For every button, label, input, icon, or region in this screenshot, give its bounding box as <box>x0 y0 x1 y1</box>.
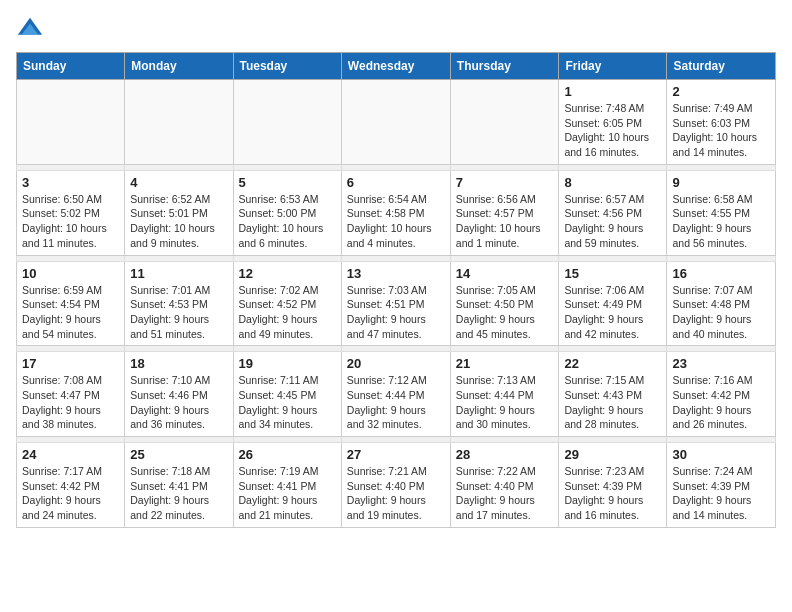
day-cell <box>17 80 125 165</box>
day-number: 2 <box>672 84 770 99</box>
col-header-friday: Friday <box>559 53 667 80</box>
day-info: Sunrise: 7:07 AM Sunset: 4:48 PM Dayligh… <box>672 283 770 342</box>
day-info: Sunrise: 7:08 AM Sunset: 4:47 PM Dayligh… <box>22 373 119 432</box>
day-number: 10 <box>22 266 119 281</box>
day-cell <box>450 80 559 165</box>
day-number: 4 <box>130 175 227 190</box>
day-cell: 16Sunrise: 7:07 AM Sunset: 4:48 PM Dayli… <box>667 261 776 346</box>
day-info: Sunrise: 7:23 AM Sunset: 4:39 PM Dayligh… <box>564 464 661 523</box>
day-cell: 9Sunrise: 6:58 AM Sunset: 4:55 PM Daylig… <box>667 170 776 255</box>
day-number: 3 <box>22 175 119 190</box>
day-info: Sunrise: 7:03 AM Sunset: 4:51 PM Dayligh… <box>347 283 445 342</box>
day-cell: 29Sunrise: 7:23 AM Sunset: 4:39 PM Dayli… <box>559 443 667 528</box>
col-header-saturday: Saturday <box>667 53 776 80</box>
col-header-tuesday: Tuesday <box>233 53 341 80</box>
day-info: Sunrise: 7:24 AM Sunset: 4:39 PM Dayligh… <box>672 464 770 523</box>
day-cell: 20Sunrise: 7:12 AM Sunset: 4:44 PM Dayli… <box>341 352 450 437</box>
day-cell: 24Sunrise: 7:17 AM Sunset: 4:42 PM Dayli… <box>17 443 125 528</box>
day-info: Sunrise: 6:52 AM Sunset: 5:01 PM Dayligh… <box>130 192 227 251</box>
day-cell: 21Sunrise: 7:13 AM Sunset: 4:44 PM Dayli… <box>450 352 559 437</box>
day-cell: 3Sunrise: 6:50 AM Sunset: 5:02 PM Daylig… <box>17 170 125 255</box>
calendar-table: SundayMondayTuesdayWednesdayThursdayFrid… <box>16 52 776 528</box>
day-cell: 12Sunrise: 7:02 AM Sunset: 4:52 PM Dayli… <box>233 261 341 346</box>
day-cell: 18Sunrise: 7:10 AM Sunset: 4:46 PM Dayli… <box>125 352 233 437</box>
day-info: Sunrise: 7:01 AM Sunset: 4:53 PM Dayligh… <box>130 283 227 342</box>
day-number: 14 <box>456 266 554 281</box>
day-number: 7 <box>456 175 554 190</box>
day-number: 24 <box>22 447 119 462</box>
day-info: Sunrise: 7:10 AM Sunset: 4:46 PM Dayligh… <box>130 373 227 432</box>
day-info: Sunrise: 7:15 AM Sunset: 4:43 PM Dayligh… <box>564 373 661 432</box>
day-cell: 26Sunrise: 7:19 AM Sunset: 4:41 PM Dayli… <box>233 443 341 528</box>
day-cell: 2Sunrise: 7:49 AM Sunset: 6:03 PM Daylig… <box>667 80 776 165</box>
day-info: Sunrise: 6:58 AM Sunset: 4:55 PM Dayligh… <box>672 192 770 251</box>
day-cell: 23Sunrise: 7:16 AM Sunset: 4:42 PM Dayli… <box>667 352 776 437</box>
col-header-monday: Monday <box>125 53 233 80</box>
day-info: Sunrise: 6:50 AM Sunset: 5:02 PM Dayligh… <box>22 192 119 251</box>
day-number: 13 <box>347 266 445 281</box>
day-number: 16 <box>672 266 770 281</box>
day-info: Sunrise: 7:11 AM Sunset: 4:45 PM Dayligh… <box>239 373 336 432</box>
day-info: Sunrise: 6:59 AM Sunset: 4:54 PM Dayligh… <box>22 283 119 342</box>
day-number: 18 <box>130 356 227 371</box>
day-cell: 15Sunrise: 7:06 AM Sunset: 4:49 PM Dayli… <box>559 261 667 346</box>
day-cell: 19Sunrise: 7:11 AM Sunset: 4:45 PM Dayli… <box>233 352 341 437</box>
day-cell: 27Sunrise: 7:21 AM Sunset: 4:40 PM Dayli… <box>341 443 450 528</box>
day-cell: 8Sunrise: 6:57 AM Sunset: 4:56 PM Daylig… <box>559 170 667 255</box>
calendar-body: 1Sunrise: 7:48 AM Sunset: 6:05 PM Daylig… <box>17 80 776 528</box>
day-cell: 7Sunrise: 6:56 AM Sunset: 4:57 PM Daylig… <box>450 170 559 255</box>
day-number: 1 <box>564 84 661 99</box>
day-info: Sunrise: 6:57 AM Sunset: 4:56 PM Dayligh… <box>564 192 661 251</box>
day-info: Sunrise: 7:02 AM Sunset: 4:52 PM Dayligh… <box>239 283 336 342</box>
day-number: 28 <box>456 447 554 462</box>
day-cell: 1Sunrise: 7:48 AM Sunset: 6:05 PM Daylig… <box>559 80 667 165</box>
day-cell <box>233 80 341 165</box>
day-info: Sunrise: 7:06 AM Sunset: 4:49 PM Dayligh… <box>564 283 661 342</box>
day-info: Sunrise: 7:49 AM Sunset: 6:03 PM Dayligh… <box>672 101 770 160</box>
day-info: Sunrise: 7:19 AM Sunset: 4:41 PM Dayligh… <box>239 464 336 523</box>
week-row-4: 17Sunrise: 7:08 AM Sunset: 4:47 PM Dayli… <box>17 352 776 437</box>
page-header <box>16 16 776 44</box>
day-info: Sunrise: 7:21 AM Sunset: 4:40 PM Dayligh… <box>347 464 445 523</box>
day-info: Sunrise: 7:16 AM Sunset: 4:42 PM Dayligh… <box>672 373 770 432</box>
day-number: 26 <box>239 447 336 462</box>
week-row-5: 24Sunrise: 7:17 AM Sunset: 4:42 PM Dayli… <box>17 443 776 528</box>
day-number: 6 <box>347 175 445 190</box>
day-cell: 22Sunrise: 7:15 AM Sunset: 4:43 PM Dayli… <box>559 352 667 437</box>
col-header-wednesday: Wednesday <box>341 53 450 80</box>
week-row-1: 1Sunrise: 7:48 AM Sunset: 6:05 PM Daylig… <box>17 80 776 165</box>
col-header-thursday: Thursday <box>450 53 559 80</box>
day-number: 5 <box>239 175 336 190</box>
day-number: 9 <box>672 175 770 190</box>
day-number: 20 <box>347 356 445 371</box>
day-number: 25 <box>130 447 227 462</box>
calendar-header-row: SundayMondayTuesdayWednesdayThursdayFrid… <box>17 53 776 80</box>
day-number: 27 <box>347 447 445 462</box>
week-row-2: 3Sunrise: 6:50 AM Sunset: 5:02 PM Daylig… <box>17 170 776 255</box>
day-info: Sunrise: 7:12 AM Sunset: 4:44 PM Dayligh… <box>347 373 445 432</box>
day-cell: 13Sunrise: 7:03 AM Sunset: 4:51 PM Dayli… <box>341 261 450 346</box>
day-cell <box>341 80 450 165</box>
day-cell: 30Sunrise: 7:24 AM Sunset: 4:39 PM Dayli… <box>667 443 776 528</box>
day-number: 29 <box>564 447 661 462</box>
day-number: 11 <box>130 266 227 281</box>
day-info: Sunrise: 6:56 AM Sunset: 4:57 PM Dayligh… <box>456 192 554 251</box>
logo-icon <box>16 16 44 44</box>
day-number: 30 <box>672 447 770 462</box>
logo <box>16 16 48 44</box>
day-cell: 28Sunrise: 7:22 AM Sunset: 4:40 PM Dayli… <box>450 443 559 528</box>
day-number: 12 <box>239 266 336 281</box>
day-number: 21 <box>456 356 554 371</box>
day-cell: 17Sunrise: 7:08 AM Sunset: 4:47 PM Dayli… <box>17 352 125 437</box>
day-number: 22 <box>564 356 661 371</box>
day-info: Sunrise: 7:05 AM Sunset: 4:50 PM Dayligh… <box>456 283 554 342</box>
day-info: Sunrise: 7:18 AM Sunset: 4:41 PM Dayligh… <box>130 464 227 523</box>
day-info: Sunrise: 7:17 AM Sunset: 4:42 PM Dayligh… <box>22 464 119 523</box>
day-cell: 25Sunrise: 7:18 AM Sunset: 4:41 PM Dayli… <box>125 443 233 528</box>
col-header-sunday: Sunday <box>17 53 125 80</box>
day-cell: 6Sunrise: 6:54 AM Sunset: 4:58 PM Daylig… <box>341 170 450 255</box>
day-cell: 14Sunrise: 7:05 AM Sunset: 4:50 PM Dayli… <box>450 261 559 346</box>
day-cell: 4Sunrise: 6:52 AM Sunset: 5:01 PM Daylig… <box>125 170 233 255</box>
day-info: Sunrise: 7:22 AM Sunset: 4:40 PM Dayligh… <box>456 464 554 523</box>
day-cell: 5Sunrise: 6:53 AM Sunset: 5:00 PM Daylig… <box>233 170 341 255</box>
